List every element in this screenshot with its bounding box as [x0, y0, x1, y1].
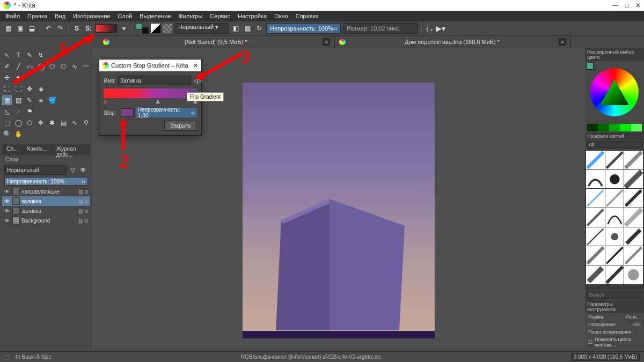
brush-preset[interactable] — [624, 208, 643, 227]
brush-preset[interactable] — [605, 189, 624, 208]
flip-gradient-button[interactable]: ◁▷ — [193, 76, 202, 85]
crop-tool-icon[interactable]: ⛶ — [13, 84, 23, 94]
brush-preset[interactable] — [624, 189, 643, 208]
dynamic-brush-icon[interactable]: ✢ — [2, 73, 12, 83]
close-button[interactable]: ✕ — [635, 2, 641, 9]
rect-tool-icon[interactable]: ▭ — [25, 62, 34, 71]
gradient-name-input[interactable] — [118, 76, 191, 85]
multibrush-icon[interactable]: ✦ — [13, 73, 23, 83]
pan-tool-icon[interactable]: ✋ — [13, 129, 23, 139]
bezier-select-icon[interactable]: ∿ — [70, 118, 79, 128]
tab-close-icon[interactable]: ✕ — [559, 38, 566, 46]
tab-compositions[interactable]: Компо... — [23, 144, 52, 155]
fg-bg-color[interactable] — [136, 23, 149, 34]
gradient-tool-icon[interactable]: ▦ — [2, 95, 12, 105]
menu-file[interactable]: Файл — [2, 12, 23, 20]
reference-tool-icon[interactable]: ⚑ — [25, 107, 34, 116]
gradient-s2-icon[interactable]: S: — [84, 24, 93, 33]
redo-icon[interactable]: ↷ — [55, 24, 65, 33]
fg-swatch[interactable] — [586, 62, 594, 70]
brush-preset[interactable] — [624, 246, 643, 265]
similar-select-icon[interactable]: ▤ — [58, 118, 68, 128]
menu-view[interactable]: Вид — [52, 12, 69, 20]
checkbox-icon[interactable]: ☐ — [588, 339, 592, 345]
tab-close-icon[interactable]: ✕ — [323, 38, 330, 46]
layer-row[interactable]: 👁заливка▥ α — [2, 206, 90, 216]
document-tab[interactable]: Дом перспектива.kra (160,6 МиБ) * ✕ — [335, 35, 571, 48]
pattern-tool-icon[interactable]: ▧ — [13, 95, 23, 105]
measure-tool-icon[interactable]: ⟋ — [13, 107, 23, 116]
toolbar-brush-size[interactable]: Размер: 10,02 пикс. — [343, 23, 418, 34]
stop-color-swatch[interactable] — [121, 108, 134, 117]
gradient-stop[interactable] — [156, 99, 160, 104]
poly-select-icon[interactable]: ⬠ — [25, 118, 34, 128]
brush-preset[interactable] — [624, 227, 643, 246]
brush-filter-select[interactable]: All — [586, 141, 643, 149]
menu-layer[interactable]: Слой — [114, 12, 135, 20]
brush-preset[interactable] — [624, 151, 643, 169]
tab-history[interactable]: Журнал дейс... — [52, 144, 90, 155]
smart-fill-icon[interactable]: ✎ — [25, 95, 34, 105]
color-wheel[interactable] — [585, 61, 644, 123]
filter-icon[interactable]: ▽ — [68, 165, 77, 175]
brush-preset[interactable] — [586, 265, 605, 284]
brush-preset[interactable] — [605, 208, 624, 227]
menu-filters[interactable]: Фильтры — [175, 12, 206, 20]
layer-row[interactable]: 👁Background▥ α — [2, 216, 90, 225]
magnet-select-icon[interactable]: ⚲ — [81, 118, 91, 128]
color-picker-icon[interactable]: ⚹ — [36, 95, 46, 105]
brush-preset[interactable] — [624, 265, 643, 284]
document-tab[interactable]: [Not Saved] (9,5 МиБ) * ✕ — [99, 35, 335, 48]
move-tool-icon[interactable]: ↖ — [2, 50, 12, 60]
toolbar-opacity[interactable]: Непрозрачность: 100%‹› — [266, 23, 341, 34]
reload-icon[interactable]: ↻ — [254, 24, 264, 33]
undo-icon[interactable]: ↶ — [43, 24, 53, 33]
brush-preset[interactable] — [605, 151, 624, 169]
polygon-tool-icon[interactable]: ⬠ — [47, 62, 57, 71]
brush-preset[interactable] — [605, 246, 624, 265]
color-strip[interactable] — [587, 124, 642, 131]
menu-tools[interactable]: Сервис — [207, 12, 233, 20]
dialog-close-icon[interactable]: ✕ — [193, 62, 198, 69]
blend-mode-select[interactable]: Нормальный ▾ — [174, 23, 229, 34]
gradient-dropdown-icon[interactable]: ▾ — [119, 24, 129, 33]
brush-preset[interactable] — [624, 170, 643, 189]
gradient-preview[interactable] — [96, 24, 117, 33]
polyline-tool-icon[interactable]: ⬡ — [58, 62, 68, 71]
ellipse-tool-icon[interactable]: ◯ — [36, 62, 46, 71]
layer-row[interactable]: 👁заливка▥ α — [2, 196, 90, 206]
layer-blend-select[interactable]: Нормальный — [4, 165, 67, 175]
minimize-button[interactable]: — — [612, 2, 619, 9]
alpha-lock-icon[interactable]: ▦ — [243, 24, 252, 33]
maximize-button[interactable]: □ — [625, 2, 629, 9]
pattern-grid-icon[interactable] — [163, 24, 172, 33]
layer-row[interactable]: 👁направляющие▥ α — [2, 187, 90, 196]
free-select-icon[interactable]: ❉ — [36, 118, 46, 128]
dialog-close-button[interactable]: Закрыть — [164, 121, 197, 131]
brush-search-input[interactable]: Search — [586, 291, 643, 299]
brush-preset[interactable] — [586, 189, 605, 208]
edit-shapes-tool-icon[interactable]: ↯ — [36, 50, 46, 60]
line-tool-icon[interactable]: ╱ — [13, 62, 23, 71]
dialog-titlebar[interactable]: Custom Stop Gradient – Krita ✕ — [99, 60, 201, 71]
gradient-stop[interactable] — [103, 99, 107, 104]
menu-edit[interactable]: Правка — [24, 12, 50, 20]
zoom-tool-icon[interactable]: 🔍 — [2, 129, 12, 139]
brush-preset[interactable] — [586, 208, 605, 227]
brush-preset[interactable] — [586, 170, 605, 189]
brush-preset[interactable] — [605, 265, 624, 284]
brush-preset[interactable] — [586, 151, 605, 169]
menu-help[interactable]: Справка — [292, 12, 322, 20]
brush-tool-icon[interactable]: ✐ — [2, 62, 12, 71]
repeat-value[interactable]: Нет — [633, 322, 641, 327]
rect-select-icon[interactable]: ⬚ — [2, 118, 12, 128]
text-tool-icon[interactable]: T — [13, 50, 23, 60]
menu-window[interactable]: Окно — [271, 12, 291, 20]
menu-settings[interactable]: Настройка — [235, 12, 270, 20]
open-file-icon[interactable]: ▣ — [15, 24, 25, 33]
freehand-tool-icon[interactable]: 〰 — [81, 62, 91, 71]
gradient-preview-bar[interactable] — [104, 88, 197, 98]
bezier-tool-icon[interactable]: ∿ — [70, 62, 79, 71]
assist-tool-icon[interactable]: ◺ — [2, 107, 12, 116]
transform-tool-icon[interactable]: ⛶ — [2, 84, 12, 94]
